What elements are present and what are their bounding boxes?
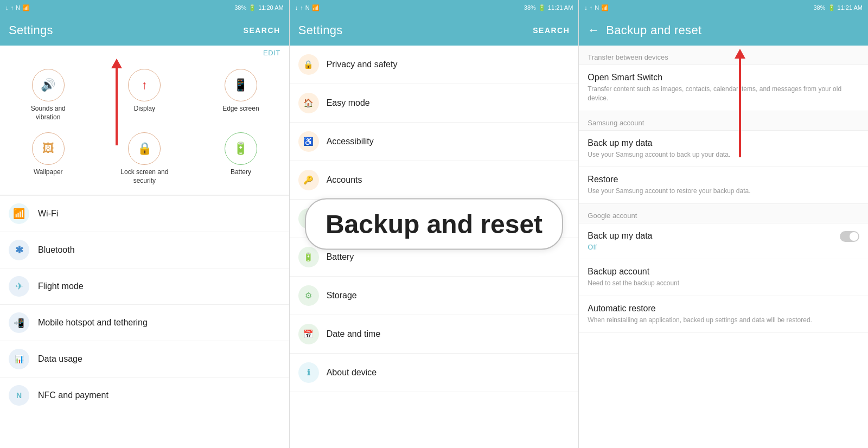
shortcut-wallpaper[interactable]: 🖼 Wallpaper — [0, 127, 97, 190]
data-icon: 📊 — [15, 355, 24, 363]
battery-icon-3: 🔋 — [828, 4, 835, 11]
nfc-icon: N — [16, 4, 20, 11]
backup-google-content: Back up my data Off — [588, 231, 652, 251]
status-bar-3: ↓ ↑ N 📶 38% 🔋 11:21 AM — [579, 0, 868, 15]
p2-item-easy[interactable]: 🏠 Easy mode — [290, 84, 579, 123]
p2-item-storage[interactable]: ⚙ Storage — [290, 277, 579, 315]
restore-desc: Use your Samsung account to restore your… — [588, 187, 859, 196]
bluetooth-text: Bluetooth — [38, 245, 75, 255]
p2-item-about[interactable]: ℹ About device — [290, 354, 579, 392]
list-item-nfc[interactable]: N NFC and payment — [0, 377, 289, 413]
backup-google-sub: Off — [588, 243, 652, 251]
download-icon-3: ↓ — [584, 4, 588, 11]
accessibility-text: Accessibility — [327, 137, 374, 146]
settings-title-1: Settings — [9, 23, 53, 37]
storage-icon: ⚙ — [305, 291, 312, 300]
panel-settings-list: ↓ ↑ N 📶 38% 🔋 11:21 AM Settings SEARCH 🔒… — [289, 0, 579, 448]
upload-icon-2: ↑ — [300, 4, 303, 11]
battery-percent-3: 38% — [814, 4, 826, 11]
item-auto-restore[interactable]: Automatic restore When reinstalling an a… — [579, 296, 868, 333]
panel-settings-main: ↓ ↑ N 📶 38% 🔋 11:20 AM Settings SEARCH E… — [0, 0, 289, 448]
search-button-2[interactable]: SEARCH — [533, 26, 570, 35]
status-icons-left-2: ↓ ↑ N 📶 — [295, 4, 320, 11]
edge-label: Edge screen — [222, 105, 259, 113]
datetime-circle: 📅 — [298, 324, 319, 344]
battery-icon: 🔋 — [248, 4, 256, 11]
hotspot-icon: 📲 — [14, 318, 24, 328]
p2-item-accessibility[interactable]: ♿ Accessibility — [290, 123, 579, 161]
time-display-2: 11:21 AM — [548, 4, 573, 11]
item-open-smart-switch[interactable]: Open Smart Switch Transfer content such … — [579, 65, 868, 111]
bluetooth-circle: ✱ — [9, 240, 29, 260]
header-1: Settings SEARCH — [0, 15, 289, 46]
settings-title-2: Settings — [298, 23, 343, 37]
time-display: 11:20 AM — [258, 4, 283, 11]
shortcut-battery[interactable]: 🔋 Battery — [193, 127, 289, 190]
floating-backup-reset-label: Backup and reset — [305, 199, 563, 250]
backup-account-title: Backup account — [588, 267, 859, 277]
section-google-label: Google account — [588, 212, 637, 220]
storage-circle: ⚙ — [298, 285, 319, 306]
shortcut-sounds[interactable]: 🔊 Sounds andvibration — [0, 63, 97, 127]
battery-percent-2: 38% — [524, 4, 536, 11]
download-icon-2: ↓ — [295, 4, 298, 11]
wallpaper-icon-circle: 🖼 — [32, 132, 65, 165]
wallpaper-icon: 🖼 — [42, 142, 54, 156]
p2-item-accounts[interactable]: 🔑 Accounts — [290, 161, 579, 200]
item-backup-account[interactable]: Backup account Need to set the backup ac… — [579, 259, 868, 296]
datetime-text: Date and time — [327, 329, 381, 339]
status-info-right-2: 38% 🔋 11:21 AM — [524, 4, 573, 11]
item-backup-samsung[interactable]: Back up my data Use your Samsung account… — [579, 131, 868, 168]
nfc-icon-3: N — [595, 4, 599, 11]
battery-label: Battery — [231, 168, 251, 177]
wifi-icon-3: 📶 — [601, 4, 609, 11]
datetime-icon: 📅 — [303, 329, 314, 339]
back-button[interactable]: ← — [588, 23, 599, 37]
section-google-header: Google account — [579, 204, 868, 223]
status-info-right: 38% 🔋 11:20 AM — [234, 4, 284, 11]
shortcut-edge[interactable]: 📱 Edge screen — [193, 63, 289, 127]
search-button-1[interactable]: SEARCH — [244, 26, 280, 35]
accounts-circle: 🔑 — [298, 170, 319, 190]
time-display-3: 11:21 AM — [838, 4, 863, 11]
edit-button[interactable]: EDIT — [263, 49, 280, 57]
lock-icon-circle: 🔒 — [128, 132, 161, 165]
backup-reset-title: Backup and reset — [606, 23, 701, 37]
storage-text: Storage — [327, 291, 357, 300]
section-transfer-label: Transfer between devices — [588, 53, 668, 61]
backup-google-title: Back up my data — [588, 231, 652, 241]
battery-icon-circle: 🔋 — [225, 132, 257, 165]
battery-p2-icon: 🔋 — [303, 252, 314, 262]
item-restore[interactable]: Restore Use your Samsung account to rest… — [579, 167, 868, 204]
bluetooth-icon: ✱ — [15, 244, 23, 256]
privacy-icon: 🔒 — [303, 60, 314, 69]
status-info-right-3: 38% 🔋 11:21 AM — [814, 4, 863, 11]
backup-samsung-title: Back up my data — [588, 138, 859, 148]
display-icon-circle: ↑ — [128, 69, 161, 101]
lock-label: Lock screen andsecurity — [120, 168, 168, 185]
p2-item-privacy[interactable]: 🔒 Privacy and safety — [290, 46, 579, 84]
battery-p2-circle: 🔋 — [298, 247, 319, 267]
edit-row: EDIT — [0, 46, 289, 59]
smart-switch-title: Open Smart Switch — [588, 73, 859, 82]
accessibility-circle: ♿ — [298, 131, 319, 152]
item-backup-google[interactable]: Back up my data Off — [579, 223, 868, 259]
section-samsung-label: Samsung account — [588, 119, 644, 127]
list-item-hotspot[interactable]: 📲 Mobile hotspot and tethering — [0, 304, 289, 341]
easy-text: Easy mode — [327, 98, 370, 108]
data-circle: 📊 — [9, 349, 29, 369]
list-item-data[interactable]: 📊 Data usage — [0, 341, 289, 377]
shortcut-lock[interactable]: 🔒 Lock screen andsecurity — [97, 127, 193, 190]
shortcut-display[interactable]: ↑ Display — [97, 63, 193, 127]
header-2: Settings SEARCH — [290, 15, 579, 46]
list-item-wifi[interactable]: 📶 Wi-Fi — [0, 195, 289, 232]
p2-item-datetime[interactable]: 📅 Date and time — [290, 315, 579, 354]
data-text: Data usage — [38, 354, 82, 364]
status-icons-left: ↓ ↑ N 📶 — [5, 4, 30, 11]
wallpaper-label: Wallpaper — [34, 168, 63, 177]
status-icons-left-3: ↓ ↑ N 📶 — [584, 4, 609, 11]
list-item-bluetooth[interactable]: ✱ Bluetooth — [0, 232, 289, 268]
list-item-flight[interactable]: ✈ Flight mode — [0, 268, 289, 304]
backup-google-toggle[interactable] — [840, 231, 859, 242]
section-transfer-header: Transfer between devices — [579, 46, 868, 65]
